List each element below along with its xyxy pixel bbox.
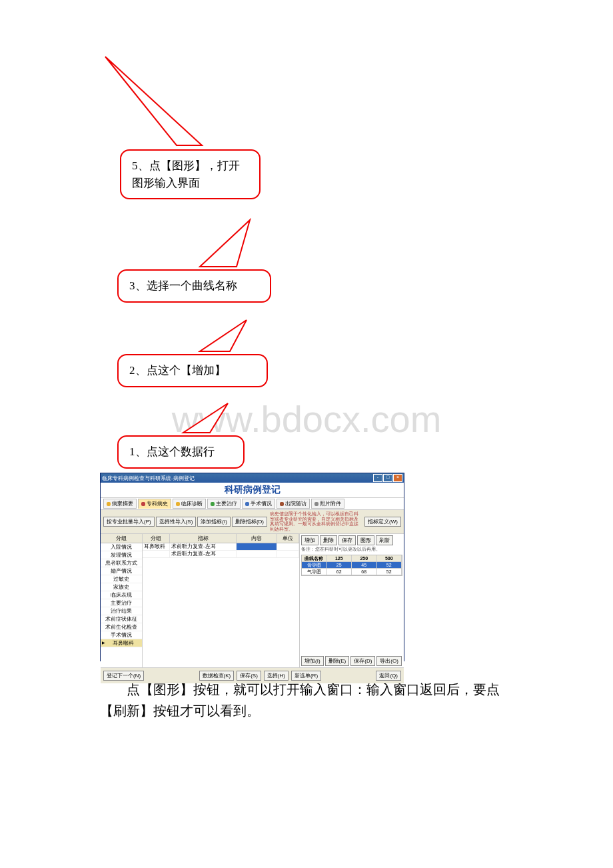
sidebar-item[interactable]: 婚产情况	[101, 567, 142, 575]
watermark-text: www.bdocx.com	[172, 397, 442, 441]
data-check-button[interactable]: 数据检查(K)	[199, 671, 235, 681]
sidebar-item[interactable]: 手术情况	[101, 631, 142, 639]
sidebar-item[interactable]: 患者联系方式	[101, 559, 142, 567]
c-v3: 52	[377, 569, 402, 575]
return-button[interactable]: 返回(Q)	[376, 671, 401, 681]
save-curve-button[interactable]: 保存	[338, 535, 356, 545]
tab-diagnosis[interactable]: 临床诊断	[173, 499, 206, 509]
callout-step5: 5、点【图形】，打开图形输入界面	[120, 149, 261, 199]
export-button[interactable]: 导出(O)	[376, 656, 402, 666]
tab-icon	[245, 502, 249, 506]
sidebar-item[interactable]: 治疗结果	[101, 607, 142, 615]
cell-content[interactable]	[237, 543, 277, 550]
curve-table-header: 曲线名称 125 250 500	[302, 555, 402, 562]
callout-text: 3、选择一个曲线名称	[129, 279, 237, 292]
tab-label: 手术情况	[251, 500, 272, 507]
instruction-paragraph: 点【图形】按钮，就可以打开输入窗口：输入窗口返回后，要点【刷新】按钮才可以看到。	[100, 679, 506, 721]
curve-bottom-toolbar: 增加(I) 删除(E) 保存(D) 导出(O)	[301, 656, 402, 666]
h-250: 250	[352, 555, 377, 562]
tab-bar: 病案摘要 专科病史 临床诊断 主要治疗 手术情况 出院随访 照片附件	[101, 498, 404, 510]
tab-history[interactable]: 专科病史	[138, 499, 171, 509]
minimize-icon[interactable]: -	[373, 474, 382, 482]
col-content: 内容	[237, 534, 277, 543]
curve-toolbar: 增加 删除 保存 图形 刷新	[301, 535, 402, 545]
svg-marker-0	[105, 57, 202, 145]
window-titlebar: 临床专科病例检查与科研系统-病例登记 - □ ×	[101, 473, 404, 483]
table-header: 分组 指标 内容 单位	[143, 534, 299, 543]
sidebar-item[interactable]: 术前症状体征	[101, 615, 142, 623]
sidebar-header: 分组	[101, 534, 142, 543]
sidebar-item[interactable]: 家族史	[101, 583, 142, 591]
col-indicator: 指标	[170, 534, 237, 543]
curve-table: 曲线名称 125 250 500 骨导图 25 45 52 气导图 62 68 …	[301, 555, 402, 576]
callout-text: 2、点这个【增加】	[129, 364, 226, 377]
tab-label: 照片附件	[320, 500, 341, 507]
table-row-selected[interactable]: 耳鼻喉科 术前听力复查-左耳	[143, 543, 299, 551]
tab-treatment[interactable]: 主要治疗	[207, 499, 241, 509]
hint-text: 病史信息限于个性化输入，可以根据自己科室或者专业研究的需要，自定义相关指标及其填…	[269, 511, 363, 532]
add-curve-button[interactable]: 增加	[301, 535, 318, 545]
sidebar-item[interactable]: 主要治疗	[101, 599, 142, 607]
maximize-icon[interactable]: □	[383, 474, 392, 482]
import-select-button[interactable]: 选择性导入(S)	[156, 517, 197, 527]
save2-button[interactable]: 保存(D)	[350, 656, 375, 666]
cell-content[interactable]	[237, 551, 277, 557]
save-button[interactable]: 保存(S)	[237, 671, 261, 681]
curve-row[interactable]: 气导图 62 68 52	[302, 569, 402, 575]
new-list-button[interactable]: 新选单(R)	[291, 671, 321, 681]
h-125: 125	[327, 555, 352, 562]
page-title: 科研病例登记	[101, 483, 404, 498]
c-v1: 62	[327, 569, 352, 575]
delete-indicator-button[interactable]: 删除指标(D)	[232, 517, 267, 527]
tab-label: 临床诊断	[181, 500, 203, 507]
c-name: 气导图	[302, 569, 327, 575]
table-row[interactable]: 术后听力复查-左耳	[143, 551, 299, 558]
cell-group	[143, 551, 170, 557]
curve-note: 备注：您在科研时可以更改以后再用。	[301, 545, 402, 553]
graph-button[interactable]: 图形	[357, 535, 374, 545]
callout-lines	[0, 0, 613, 868]
tab-followup[interactable]: 出院随访	[277, 499, 310, 509]
curve-row-selected[interactable]: 骨导图 25 45 52	[302, 562, 402, 569]
c-v2: 45	[352, 562, 377, 569]
sidebar-item[interactable]: 临床表现	[101, 591, 142, 599]
tab-icon	[280, 502, 284, 506]
sidebar-item[interactable]: 过敏史	[101, 575, 142, 583]
h-name: 曲线名称	[302, 555, 327, 562]
close-icon[interactable]: ×	[393, 474, 402, 482]
callout-text: 5、点【图形】，打开图形输入界面	[132, 159, 240, 189]
tab-photos[interactable]: 照片附件	[311, 499, 344, 509]
add2-button[interactable]: 增加(I)	[301, 656, 324, 666]
delete2-button[interactable]: 删除(E)	[325, 656, 350, 666]
select-button[interactable]: 选择(H)	[264, 671, 289, 681]
delete-curve-button[interactable]: 删除	[320, 535, 337, 545]
main-area: 分组 入院情况 发现情况 患者联系方式 婚产情况 过敏史 家族史 临床表现 主要…	[101, 534, 404, 667]
h-500: 500	[377, 555, 402, 562]
indicator-table: 分组 指标 内容 单位 耳鼻喉科 术前听力复查-左耳 术后听力复查-左耳	[143, 534, 300, 667]
tab-icon	[107, 502, 111, 506]
cell-unit	[277, 543, 299, 550]
indicator-def-button[interactable]: 指标定义(W)	[364, 517, 401, 527]
sidebar-item[interactable]: 发现情况	[101, 551, 142, 559]
tab-summary[interactable]: 病案摘要	[103, 499, 137, 509]
sidebar-item[interactable]: 术前生化检查	[101, 623, 142, 631]
callout-text: 1、点这个数据行	[129, 445, 215, 458]
tab-label: 专科病史	[147, 500, 168, 507]
next-record-button[interactable]: 登记下一个(N)	[103, 671, 144, 681]
refresh-button[interactable]: 刷新	[376, 535, 393, 545]
tab-surgery[interactable]: 手术情况	[242, 499, 275, 509]
tab-label: 出院随访	[285, 500, 306, 507]
curve-panel: 增加 删除 保存 图形 刷新 备注：您在科研时可以更改以后再用。 曲线名称 12…	[300, 534, 404, 667]
window-title: 临床专科病例检查与科研系统-病例登记	[102, 475, 372, 482]
sidebar-item[interactable]: 入院情况	[101, 543, 142, 551]
tab-icon	[176, 502, 180, 506]
c-v1: 25	[327, 562, 352, 569]
cell-group: 耳鼻喉科	[143, 543, 170, 550]
sidebar-item-selected[interactable]: 耳鼻喉科	[101, 639, 142, 647]
col-unit: 单位	[277, 534, 299, 543]
import-batch-button[interactable]: 按专业批量导入(P)	[103, 517, 155, 527]
tab-label: 主要治疗	[216, 500, 237, 507]
add-indicator-button[interactable]: 添加指标(I)	[197, 517, 231, 527]
tab-icon	[141, 502, 145, 506]
tab-icon	[211, 502, 215, 506]
